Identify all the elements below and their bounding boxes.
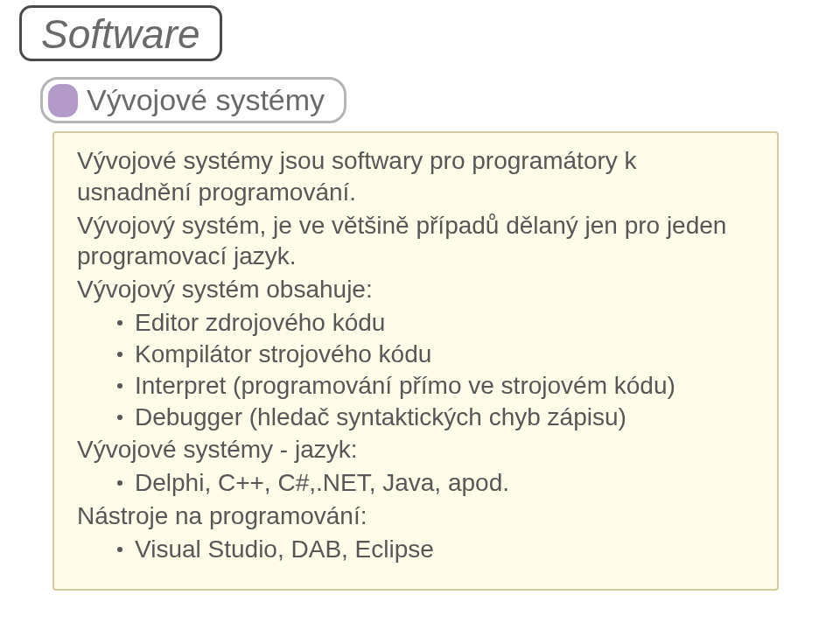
subtitle-pill: Vývojové systémy [40,77,346,123]
paragraph-1: Vývojové systémy jsou softwary pro progr… [77,145,758,208]
paragraph-3: Vývojový systém obsahuje: [77,274,758,305]
bullet-dot-icon [117,415,122,420]
bullet-text: Editor zdrojového kódu [135,307,385,339]
bullet-item: Editor zdrojového kódu [117,307,758,339]
slide: Software Vývojové systémy Vývojové systé… [0,0,840,630]
title-tab-wrap: Software [19,5,222,76]
bullet-item: Delphi, C++, C#,.NET, Java, apod. [117,467,758,499]
bullet-dot-icon [117,383,122,388]
title-text: Software [41,11,200,57]
paragraph-5: Nástroje na programování: [77,500,758,532]
bullet-item: Debugger (hledač syntaktických chyb zápi… [117,402,758,433]
bullet-text: Delphi, C++, C#,.NET, Java, apod. [135,467,509,499]
subtitle-accent-icon [48,84,78,117]
bullet-text: Debugger (hledač syntaktických chyb zápi… [135,402,626,433]
bullet-dot-icon [117,320,122,326]
bullet-text: Kompilátor strojového kódu [135,339,431,370]
bullet-item: Kompilátor strojového kódu [117,339,758,370]
subtitle-text: Vývojové systémy [87,83,339,117]
paragraph-2: Vývojový systém, je ve většině případů d… [77,210,758,273]
bullet-dot-icon [117,480,122,486]
title-tab-stem-icon [88,59,93,76]
bullet-dot-icon [117,547,122,552]
paragraph-4: Vývojové systémy - jazyk: [77,434,758,466]
title-tab: Software [19,5,222,61]
bullet-text: Visual Studio, DAB, Eclipse [135,534,434,565]
bullet-item: Interpret (programování přímo ve strojov… [117,370,758,402]
bullet-dot-icon [117,352,122,357]
bullet-item: Visual Studio, DAB, Eclipse [117,534,758,565]
bullet-text: Interpret (programování přímo ve strojov… [135,370,676,402]
body-box: Vývojové systémy jsou softwary pro progr… [52,131,779,591]
